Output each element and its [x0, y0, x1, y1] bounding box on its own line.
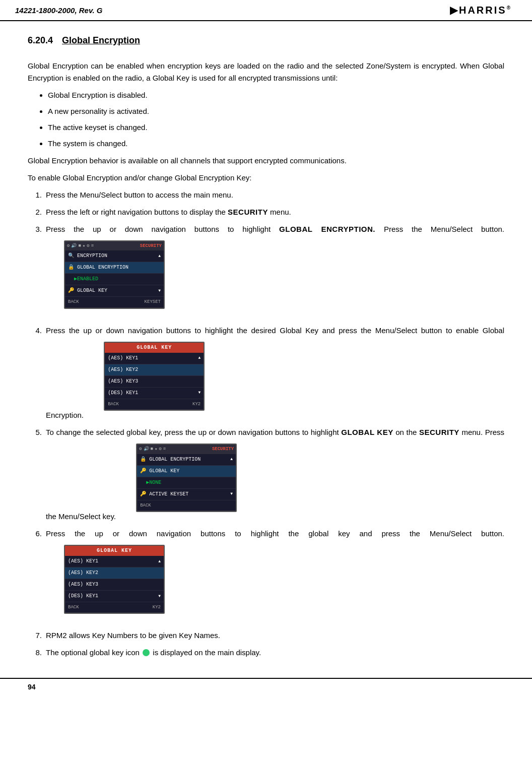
device-screen-1: ⚙ 🔊 ■ ★ ⚙ ≡ SECURITY 🔍 ENCRYPTION ▲: [64, 240, 165, 309]
screen1-row-4: 🔑 GLOBAL KEY ▼: [65, 285, 164, 297]
screen1-row-1: 🔍 ENCRYPTION ▲: [65, 250, 164, 262]
global-key-label: GLOBAL KEY: [341, 428, 393, 436]
icons-bar-3: ⚙ 🔊 ■ ★ ⚙ ≡ SECURITY: [137, 445, 236, 454]
icons-bar-1: ⚙ 🔊 ■ ★ ⚙ ≡ SECURITY: [65, 241, 164, 250]
step-3-text: Press the up or down navigation buttons …: [46, 223, 504, 320]
screen2-row-2: (AES) KEY2: [105, 364, 204, 376]
section-header: 6.20.4 Global Encryption: [28, 35, 504, 53]
screen4-row-2: (AES) KEY2: [65, 567, 164, 579]
paragraph-3: To enable Global Encryption and/or chang…: [28, 172, 504, 184]
screen3-row-1: 🔒 GLOBAL ENCRYPTION ▲: [137, 454, 236, 466]
section-number: 6.20.4: [28, 35, 53, 46]
global-encryption-label: GLOBAL ENCRYPTION.: [279, 225, 375, 233]
screen2-row-3: (AES) KEY3: [105, 376, 204, 388]
steps-list: 1. Press the Menu/Select button to acces…: [28, 189, 504, 659]
bullet-list: Global Encryption is disabled. A new per…: [48, 89, 504, 150]
screen2-title: GLOBAL KEY: [105, 343, 204, 353]
screen2-footer: BACKKY2: [105, 399, 204, 410]
step-4: 4. Press the up or down navigation butto…: [28, 325, 504, 421]
list-item: A new personality is activated.: [48, 105, 504, 117]
screen3-row-2: 🔑 GLOBAL KEY: [137, 466, 236, 477]
page-footer: 94: [0, 678, 532, 695]
page-header: 14221-1800-2000, Rev. G ▶HARRIS®: [0, 0, 532, 21]
step-8-text: The optional global key icon is displaye…: [46, 647, 504, 659]
security-label-2: SECURITY: [419, 428, 459, 436]
list-item: The active keyset is changed.: [48, 121, 504, 134]
screen2-row-4: (DES) KEY1 ▼: [105, 388, 204, 399]
device-screen-4: GLOBAL KEY (AES) KEY1 ▲ (AES) KEY2 (AES)…: [64, 545, 165, 614]
document-title: 14221-1800-2000, Rev. G: [15, 6, 102, 15]
section-title: Global Encryption: [62, 35, 140, 46]
step-5: 5. To change the selected global key, pr…: [28, 426, 504, 523]
screen4-row-1: (AES) KEY1 ▲: [65, 556, 164, 567]
screen4-title: GLOBAL KEY: [65, 546, 164, 556]
screen2-row-1: (AES) KEY1 ▲: [105, 353, 204, 364]
screen3-row-4: 🔑 ACTIVE KEYSET ▼: [137, 489, 236, 500]
page-number: 94: [28, 683, 36, 691]
security-label: SECURITY: [228, 208, 268, 216]
page-content: 6.20.4 Global Encryption Global Encrypti…: [0, 21, 532, 678]
step-7-text: RPM2 allows Key Numbers to be given Key …: [46, 629, 504, 642]
step-1-text: Press the Menu/Select button to access t…: [46, 189, 504, 201]
step-6-text: Press the up or down navigation buttons …: [46, 528, 504, 624]
list-item: The system is changed.: [48, 138, 504, 150]
intro-paragraph: Global Encryption can be enabled when en…: [28, 60, 504, 84]
screen1-row-2: 🔒 GLOBAL ENCRYPTION: [65, 262, 164, 274]
screen1-row-5: BACKKEYSET: [65, 297, 164, 307]
step-5-text: To change the selected global key, press…: [46, 426, 504, 523]
screen4-footer: BACKKY2: [65, 602, 164, 613]
screen3-row-3: ▶NONE: [137, 477, 236, 489]
harris-logo: ▶HARRIS®: [445, 3, 517, 17]
step-7: 7. RPM2 allows Key Numbers to be given K…: [28, 629, 504, 642]
step-2-text: Press the left or right navigation butto…: [46, 206, 504, 218]
step-3: 3. Press the up or down navigation butto…: [28, 223, 504, 320]
paragraph-2: Global Encryption behavior is available …: [28, 155, 504, 167]
step-6: 6. Press the up or down navigation butto…: [28, 528, 504, 624]
step-1: 1. Press the Menu/Select button to acces…: [28, 189, 504, 201]
screen1-row-3: ▶ENABLED: [65, 274, 164, 285]
global-key-icon: [143, 649, 150, 656]
list-item: Global Encryption is disabled.: [48, 89, 504, 101]
screen4-row-3: (AES) KEY3: [65, 579, 164, 591]
device-screen-3: ⚙ 🔊 ■ ★ ⚙ ≡ SECURITY 🔒 GLOBAL ENCRYPTION…: [136, 443, 237, 512]
device-screen-2: GLOBAL KEY (AES) KEY1 ▲ (AES) KEY2 (AES)…: [104, 342, 205, 411]
screen4-row-4: (DES) KEY1 ▼: [65, 591, 164, 602]
step-4-text: Press the up or down navigation buttons …: [46, 325, 504, 421]
step-2: 2. Press the left or right navigation bu…: [28, 206, 504, 218]
screen3-footer: BACK: [137, 500, 236, 511]
step-8: 8. The optional global key icon is displ…: [28, 647, 504, 659]
